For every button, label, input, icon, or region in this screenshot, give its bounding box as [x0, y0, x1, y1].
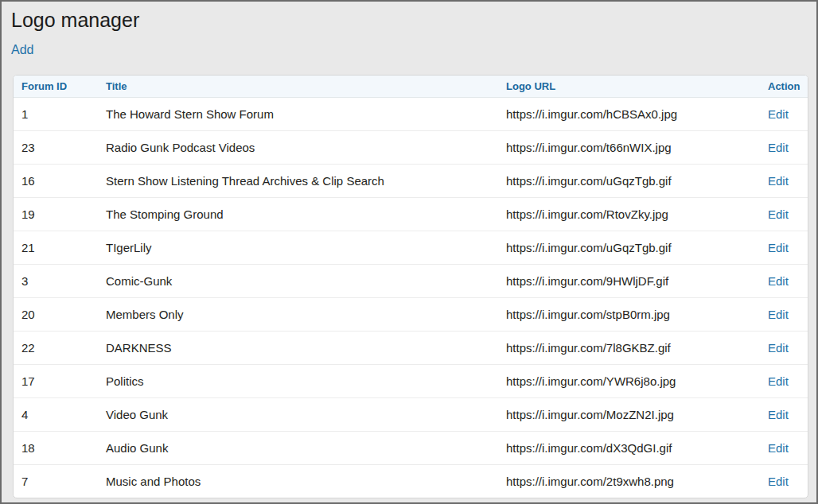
- cell-forum-id: 1: [14, 97, 98, 130]
- cell-logo-url: https://i.imgur.com/7l8GKBZ.gif: [498, 331, 760, 364]
- edit-link[interactable]: Edit: [768, 341, 789, 355]
- table-body: 1 The Howard Stern Show Forum https://i.…: [14, 97, 808, 498]
- cell-title: Politics: [98, 364, 498, 397]
- page-title: Logo manager: [11, 9, 139, 32]
- logo-table: Forum ID Title Logo URL Action 1 The How…: [13, 75, 808, 498]
- table-row: 7 Music and Photos https://i.imgur.com/2…: [14, 464, 808, 498]
- cell-action: Edit: [760, 464, 808, 498]
- cell-title: The Howard Stern Show Forum: [98, 97, 498, 130]
- cell-logo-url: https://i.imgur.com/2t9xwh8.png: [498, 464, 760, 498]
- cell-title: TIgerLily: [98, 231, 498, 264]
- cell-title: DARKNESS: [98, 331, 498, 364]
- cell-logo-url: https://i.imgur.com/dX3QdGI.gif: [498, 431, 760, 464]
- cell-logo-url: https://i.imgur.com/MozZN2I.jpg: [498, 397, 760, 431]
- edit-link[interactable]: Edit: [768, 408, 789, 421]
- cell-action: Edit: [760, 264, 808, 297]
- column-header-logo-url: Logo URL: [498, 76, 760, 97]
- cell-title: Comic-Gunk: [98, 264, 498, 297]
- edit-link[interactable]: Edit: [768, 274, 789, 288]
- cell-forum-id: 4: [14, 397, 98, 431]
- table-row: 19 The Stomping Ground https://i.imgur.c…: [14, 197, 808, 231]
- cell-action: Edit: [760, 197, 808, 231]
- edit-link[interactable]: Edit: [768, 475, 789, 488]
- cell-title: The Stomping Ground: [98, 197, 498, 231]
- table-header-row: Forum ID Title Logo URL Action: [14, 76, 808, 97]
- cell-action: Edit: [760, 97, 808, 130]
- table-row: 20 Members Only https://i.imgur.com/stpB…: [14, 297, 808, 331]
- table-row: 16 Stern Show Listening Thread Archives …: [14, 164, 808, 197]
- table-row: 17 Politics https://i.imgur.com/YWR6j8o.…: [14, 364, 808, 397]
- logo-table-grid: Forum ID Title Logo URL Action 1 The How…: [14, 76, 808, 498]
- table-row: 4 Video Gunk https://i.imgur.com/MozZN2I…: [14, 397, 808, 431]
- page: Logo manager Add Forum ID Title Logo URL…: [0, 0, 818, 504]
- edit-link[interactable]: Edit: [768, 308, 789, 321]
- cell-title: Music and Photos: [98, 464, 498, 498]
- cell-title: Radio Gunk Podcast Videos: [98, 130, 498, 164]
- cell-logo-url: https://i.imgur.com/YWR6j8o.jpg: [498, 364, 760, 397]
- edit-link[interactable]: Edit: [768, 174, 789, 188]
- cell-action: Edit: [760, 331, 808, 364]
- column-header-action: Action: [760, 76, 808, 97]
- cell-forum-id: 20: [14, 297, 98, 331]
- edit-link[interactable]: Edit: [768, 207, 789, 221]
- table-row: 1 The Howard Stern Show Forum https://i.…: [14, 97, 808, 130]
- cell-logo-url: https://i.imgur.com/uGqzTgb.gif: [498, 164, 760, 197]
- cell-forum-id: 22: [14, 331, 98, 364]
- cell-action: Edit: [760, 397, 808, 431]
- add-link[interactable]: Add: [11, 43, 33, 57]
- cell-forum-id: 19: [14, 197, 98, 231]
- cell-action: Edit: [760, 297, 808, 331]
- cell-logo-url: https://i.imgur.com/uGqzTgb.gif: [498, 231, 760, 264]
- cell-title: Members Only: [98, 297, 498, 331]
- edit-link[interactable]: Edit: [768, 107, 789, 121]
- cell-action: Edit: [760, 431, 808, 464]
- cell-logo-url: https://i.imgur.com/9HWljDF.gif: [498, 264, 760, 297]
- cell-forum-id: 7: [14, 464, 98, 498]
- cell-action: Edit: [760, 164, 808, 197]
- cell-title: Audio Gunk: [98, 431, 498, 464]
- table-row: 23 Radio Gunk Podcast Videos https://i.i…: [14, 130, 808, 164]
- edit-link[interactable]: Edit: [768, 241, 789, 254]
- edit-link[interactable]: Edit: [768, 374, 789, 388]
- table-row: 21 TIgerLily https://i.imgur.com/uGqzTgb…: [14, 231, 808, 264]
- edit-link[interactable]: Edit: [768, 441, 789, 455]
- cell-forum-id: 3: [14, 264, 98, 297]
- cell-action: Edit: [760, 364, 808, 397]
- cell-forum-id: 17: [14, 364, 98, 397]
- cell-forum-id: 16: [14, 164, 98, 197]
- cell-logo-url: https://i.imgur.com/stpB0rm.jpg: [498, 297, 760, 331]
- table-row: 22 DARKNESS https://i.imgur.com/7l8GKBZ.…: [14, 331, 808, 364]
- cell-forum-id: 23: [14, 130, 98, 164]
- table-row: 3 Comic-Gunk https://i.imgur.com/9HWljDF…: [14, 264, 808, 297]
- cell-forum-id: 18: [14, 431, 98, 464]
- cell-title: Video Gunk: [98, 397, 498, 431]
- cell-logo-url: https://i.imgur.com/t66nWIX.jpg: [498, 130, 760, 164]
- cell-action: Edit: [760, 130, 808, 164]
- column-header-forum-id: Forum ID: [14, 76, 98, 97]
- edit-link[interactable]: Edit: [768, 141, 789, 154]
- cell-logo-url: https://i.imgur.com/RtovZky.jpg: [498, 197, 760, 231]
- column-header-title: Title: [98, 76, 498, 97]
- table-row: 18 Audio Gunk https://i.imgur.com/dX3QdG…: [14, 431, 808, 464]
- cell-logo-url: https://i.imgur.com/hCBSAx0.jpg: [498, 97, 760, 130]
- cell-action: Edit: [760, 231, 808, 264]
- cell-forum-id: 21: [14, 231, 98, 264]
- cell-title: Stern Show Listening Thread Archives & C…: [98, 164, 498, 197]
